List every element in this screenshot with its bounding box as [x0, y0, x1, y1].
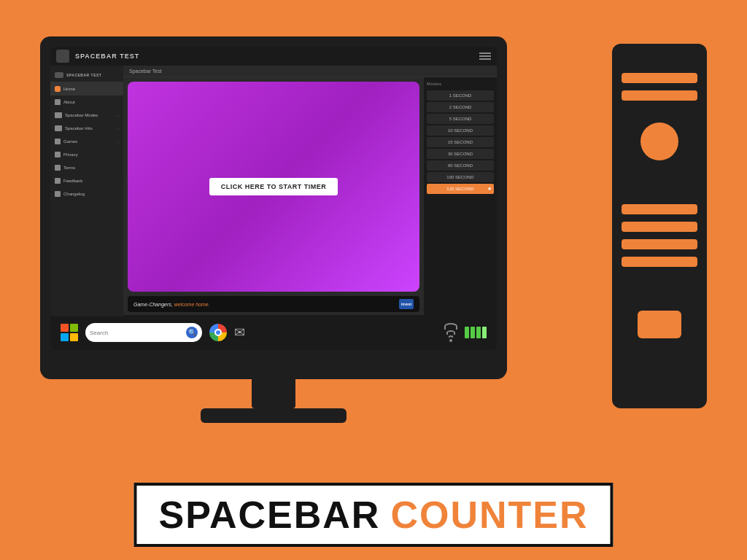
screen-body: SPACEBAR TEST Home About Spacebar Modes	[50, 66, 497, 316]
home-icon	[55, 86, 61, 92]
sidebar-label-home: Home	[63, 87, 75, 91]
sidebar-item-about[interactable]: About	[50, 96, 123, 109]
main-breadcrumb: Spacebar Test	[123, 66, 497, 77]
chrome-icon[interactable]	[209, 324, 227, 341]
monitor: SPACEBAR TEST SPACEBAR TEST	[40, 36, 507, 423]
tower-stripe-group	[612, 204, 707, 267]
sidebar-item-games[interactable]: Games ›	[50, 135, 123, 148]
sidebar-header: SPACEBAR TEST	[50, 69, 123, 82]
menu-icon[interactable]	[479, 52, 491, 60]
tower-stripe-4	[622, 222, 697, 232]
about-icon	[55, 99, 61, 105]
title-word1: SPACEBAR	[158, 493, 380, 537]
feedback-icon	[55, 178, 61, 184]
wifi-arc-small	[449, 335, 453, 338]
terms-icon	[55, 165, 61, 171]
mode-15sec[interactable]: 15 SECOND	[427, 137, 494, 147]
wifi-dot	[449, 339, 452, 342]
tower-stripe-2	[622, 90, 697, 101]
page-title-bar: SPACEBAR COUNTER	[133, 483, 613, 547]
modes-title: Modes	[427, 80, 494, 89]
sidebar-label-games: Games	[63, 139, 77, 144]
sidebar-item-privacy[interactable]: Privacy	[50, 148, 123, 161]
mode-30sec[interactable]: 30 SECOND	[427, 149, 494, 159]
privacy-icon	[55, 152, 61, 158]
center-area: CLICK HERE TO START TIMER Game-Changers,…	[123, 77, 424, 316]
modes-icon	[55, 112, 62, 118]
tower-drive	[638, 311, 681, 338]
modes-panel: Modes 1 SECOND 2 SECOND 5 SECOND 10 SECO…	[424, 77, 497, 316]
sidebar: SPACEBAR TEST Home About Spacebar Modes	[50, 66, 123, 316]
chrome-center	[214, 329, 222, 336]
hits-arrow: ›	[117, 126, 119, 131]
app-title: SPACEBAR TEST	[75, 52, 139, 60]
mode-60sec[interactable]: 60 SECOND	[427, 160, 494, 171]
mode-100sec[interactable]: 100 SECOND	[427, 172, 494, 182]
battery-bar-3	[476, 327, 481, 338]
tower-circle	[640, 122, 678, 160]
monitor-screen: SPACEBAR TEST SPACEBAR TEST	[50, 47, 497, 316]
mode-120sec[interactable]: 120 SECOND ★	[427, 184, 494, 194]
mode-10sec[interactable]: 10 SECOND	[427, 125, 494, 136]
banner-highlight-text: welcome home.	[174, 302, 210, 307]
stand-neck	[252, 379, 295, 408]
sidebar-item-feedback[interactable]: Feedback	[50, 174, 123, 187]
pc-tower	[612, 44, 707, 408]
search-button[interactable]: 🔍	[186, 327, 198, 338]
sidebar-item-terms[interactable]: Terms	[50, 161, 123, 174]
content-area: CLICK HERE TO START TIMER Game-Changers,…	[123, 77, 497, 316]
sidebar-item-spacebar-hits[interactable]: Spacebar Hits ›	[50, 122, 123, 135]
taskbar-search-bar[interactable]: 🔍	[85, 323, 202, 342]
screen-border: SPACEBAR TEST SPACEBAR TEST	[40, 36, 507, 379]
sidebar-label-about: About	[63, 100, 75, 104]
title-word2: COUNTER	[390, 493, 588, 537]
mode-2sec[interactable]: 2 SECOND	[427, 102, 494, 112]
monitor-stand	[40, 379, 507, 423]
win-sq4	[70, 333, 78, 341]
purple-area[interactable]: CLICK HERE TO START TIMER	[128, 82, 419, 292]
hits-icon	[55, 125, 62, 131]
sidebar-label-hits: Spacebar Hits	[65, 126, 93, 131]
win-sq1	[61, 324, 69, 332]
wifi-arc-large	[444, 323, 457, 330]
mode-5sec[interactable]: 5 SECOND	[427, 114, 494, 124]
sidebar-brand: SPACEBAR TEST	[66, 73, 101, 77]
win-sq3	[61, 333, 69, 341]
banner-main-text: Game-Changers,	[133, 302, 173, 307]
banner: Game-Changers, welcome home. invest	[128, 296, 419, 312]
games-icon	[55, 139, 61, 144]
stand-base	[201, 408, 347, 423]
back-button[interactable]	[56, 50, 69, 63]
start-timer-button[interactable]: CLICK HERE TO START TIMER	[209, 178, 338, 195]
battery-bar-1	[465, 327, 469, 338]
battery-icon	[465, 327, 487, 338]
screen-topbar: SPACEBAR TEST	[50, 47, 497, 66]
sidebar-label-feedback: Feedback	[63, 179, 82, 183]
search-input[interactable]	[90, 330, 186, 336]
sidebar-item-home[interactable]: Home	[50, 82, 123, 96]
tower-stripe-3	[622, 204, 697, 214]
sidebar-item-spacebar-modes[interactable]: Spacebar Modes ›	[50, 109, 123, 122]
star-icon: ★	[487, 186, 492, 192]
sidebar-item-changelog[interactable]: Changelog	[50, 187, 123, 201]
banner-text: Game-Changers, welcome home.	[133, 302, 210, 307]
win-sq2	[70, 324, 78, 332]
sidebar-logo	[55, 72, 63, 78]
windows-logo[interactable]	[61, 324, 78, 341]
banner-logo: invest	[399, 299, 414, 309]
sidebar-label-modes: Spacebar Modes	[65, 113, 98, 117]
battery-bar-4	[482, 327, 487, 338]
taskbar: 🔍 ✉	[50, 315, 497, 350]
mode-1sec[interactable]: 1 SECOND	[427, 90, 494, 101]
mail-icon[interactable]: ✉	[234, 324, 245, 341]
wifi-arc-medium	[446, 330, 455, 335]
tower-stripe-6	[622, 257, 697, 267]
tower-stripe-1	[622, 73, 697, 83]
screen-main: Spacebar Test CLICK HERE TO START TIMER …	[123, 66, 497, 316]
sidebar-label-privacy: Privacy	[63, 152, 78, 157]
taskbar-right	[444, 323, 487, 342]
sidebar-label-changelog: Changelog	[63, 192, 85, 196]
changelog-icon	[55, 191, 61, 197]
games-arrow: ›	[117, 139, 119, 144]
sidebar-label-terms: Terms	[63, 166, 75, 170]
